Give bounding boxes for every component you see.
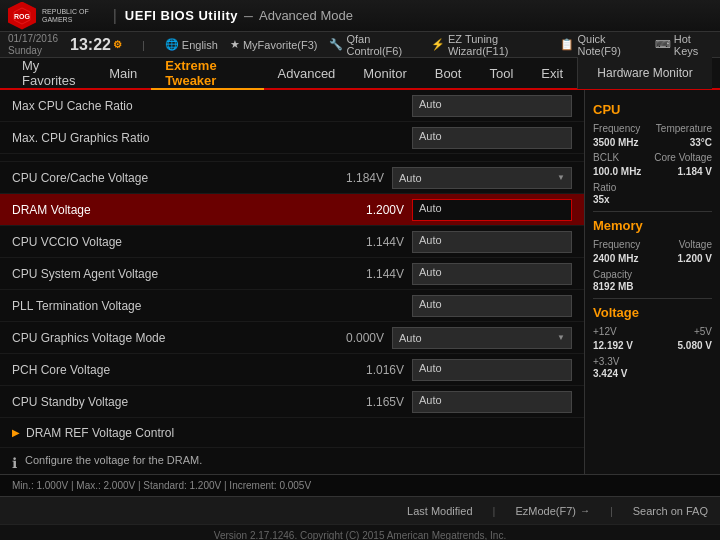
- pch-core-control[interactable]: Auto: [412, 359, 572, 381]
- hw-divider2: [593, 298, 712, 299]
- hot-keys-item[interactable]: ⌨ Hot Keys: [655, 33, 712, 57]
- cpu-core-voltage-label: CPU Core/Cache Voltage: [12, 171, 324, 185]
- cpu-system-agent-label: CPU System Agent Voltage: [12, 267, 344, 281]
- my-favorite-item[interactable]: ★ MyFavorite(F3): [230, 38, 318, 51]
- hw-5v-label: +5V: [694, 326, 712, 337]
- setting-cpu-vccio[interactable]: CPU VCCIO Voltage 1.144V Auto: [0, 226, 584, 258]
- cpu-graphics-voltage-control[interactable]: Auto ▼: [392, 327, 572, 349]
- nav-boot[interactable]: Boot: [421, 58, 476, 90]
- cpu-vccio-label: CPU VCCIO Voltage: [12, 235, 344, 249]
- hw-mem-freq-row-labels: Frequency Voltage: [593, 239, 712, 250]
- hw-bclk-value: 100.0 MHz: [593, 166, 641, 177]
- setting-pch-core[interactable]: PCH Core Voltage 1.016V Auto: [0, 354, 584, 386]
- cpu-graphics-voltage-value: 0.000V: [324, 331, 384, 345]
- hw-cpu-freq-label: Frequency: [593, 123, 640, 134]
- hw-monitor-header: Hardware Monitor: [577, 57, 712, 89]
- dram-voltage-value: 1.200V: [344, 203, 404, 217]
- qfan-item[interactable]: 🔧 Qfan Control(F6): [329, 33, 418, 57]
- pch-core-label: PCH Core Voltage: [12, 363, 344, 377]
- logo-line2: GAMERS: [42, 16, 89, 24]
- hw-cpu-section-title: CPU: [593, 102, 712, 117]
- hw-core-voltage-value: 1.184 V: [678, 166, 712, 177]
- hw-memory-section-title: Memory: [593, 218, 712, 233]
- bottom-bar-text: Min.: 1.000V | Max.: 2.000V | Standard: …: [12, 480, 311, 491]
- cpu-system-agent-control[interactable]: Auto: [412, 263, 572, 285]
- nav-monitor[interactable]: Monitor: [349, 58, 420, 90]
- hw-ratio-value: 35x: [593, 194, 610, 205]
- hw-mem-voltage-label: Voltage: [679, 239, 712, 250]
- max-cpu-cache-label: Max CPU Cache Ratio: [12, 99, 412, 113]
- setting-dram-voltage[interactable]: DRAM Voltage 1.200V Auto: [0, 194, 584, 226]
- tune-icon: ⚡: [431, 38, 445, 51]
- hw-ratio-label: Ratio: [593, 182, 616, 193]
- expand-arrow-icon: ▶: [12, 427, 20, 438]
- hw-core-voltage-label: Core Voltage: [654, 152, 712, 163]
- footer: Version 2.17.1246. Copyright (C) 2015 Am…: [0, 524, 720, 540]
- setting-cpu-core-voltage[interactable]: CPU Core/Cache Voltage 1.184V Auto ▼: [0, 162, 584, 194]
- nav-advanced[interactable]: Advanced: [264, 58, 350, 90]
- cpu-vccio-control[interactable]: Auto: [412, 231, 572, 253]
- rog-icon: ROG: [8, 2, 36, 30]
- dram-voltage-label: DRAM Voltage: [12, 203, 344, 217]
- nav-my-favorites[interactable]: My Favorites: [8, 58, 95, 90]
- hw-mem-freq-row-values: 2400 MHz 1.200 V: [593, 253, 712, 264]
- star-icon: ★: [230, 38, 240, 51]
- pll-termination-control[interactable]: Auto: [412, 295, 572, 317]
- hw-divider1: [593, 211, 712, 212]
- footer-text: Version 2.17.1246. Copyright (C) 2015 Am…: [214, 530, 506, 540]
- hw-cpu-freq-row: Frequency Temperature: [593, 123, 712, 134]
- cpu-core-voltage-control[interactable]: Auto ▼: [392, 167, 572, 189]
- hw-cpu-freq-values: 3500 MHz 33°C: [593, 137, 712, 148]
- info-row: ℹ Configure the voltage for the DRAM.: [0, 448, 584, 474]
- search-faq-item[interactable]: Search on FAQ: [633, 505, 708, 517]
- ez-tuning-item[interactable]: ⚡ EZ Tuning Wizard(F11): [431, 33, 549, 57]
- max-cpu-graphics-control[interactable]: Auto: [412, 127, 572, 149]
- hw-12v-label: +12V: [593, 326, 617, 337]
- dram-voltage-control[interactable]: Auto: [412, 199, 572, 221]
- hw-mem-voltage-value: 1.200 V: [678, 253, 712, 264]
- dram-ref-row[interactable]: ▶ DRAM REF Voltage Control: [0, 418, 584, 448]
- cpu-graphics-voltage-label: CPU Graphics Voltage Mode: [12, 331, 324, 345]
- last-modified-label: Last Modified: [407, 505, 472, 517]
- quick-note-item[interactable]: 📋 Quick Note(F9): [560, 33, 642, 57]
- fan-icon: 🔧: [329, 38, 343, 51]
- nav-main[interactable]: Main: [95, 58, 151, 90]
- hw-voltage-section-title: Voltage: [593, 305, 712, 320]
- header-bar: ROG REPUBLIC OF GAMERS | UEFI BIOS Utili…: [0, 0, 720, 32]
- setting-max-cpu-cache[interactable]: Max CPU Cache Ratio Auto: [0, 90, 584, 122]
- toolbar-time: 13:22 ⚙: [70, 36, 122, 54]
- hotkeys-icon: ⌨: [655, 38, 671, 51]
- max-cpu-cache-control[interactable]: Auto: [412, 95, 572, 117]
- setting-pll-termination[interactable]: PLL Termination Voltage Auto: [0, 290, 584, 322]
- hw-bclk-row-values: 100.0 MHz 1.184 V: [593, 166, 712, 177]
- cpu-standby-control[interactable]: Auto: [412, 391, 572, 413]
- setting-cpu-standby[interactable]: CPU Standby Voltage 1.165V Auto: [0, 386, 584, 418]
- cpu-vccio-value: 1.144V: [344, 235, 404, 249]
- nav-exit[interactable]: Exit: [527, 58, 577, 90]
- hw-5v-value: 5.080 V: [678, 340, 712, 351]
- ez-mode-item[interactable]: EzMode(F7) →: [515, 505, 590, 517]
- hw-voltage-12-5-labels: +12V +5V: [593, 326, 712, 337]
- content-area[interactable]: Max CPU Cache Ratio Auto Max. CPU Graphi…: [0, 90, 585, 474]
- hw-voltage-12-5-values: 12.192 V 5.080 V: [593, 340, 712, 351]
- nav-tool[interactable]: Tool: [475, 58, 527, 90]
- max-cpu-graphics-label: Max. CPU Graphics Ratio: [12, 131, 412, 145]
- arrow-right-icon: →: [580, 505, 590, 516]
- language-item[interactable]: 🌐 English: [165, 38, 218, 51]
- setting-max-cpu-graphics[interactable]: Max. CPU Graphics Ratio Auto: [0, 122, 584, 154]
- settings-icon[interactable]: ⚙: [113, 39, 122, 50]
- setting-cpu-system-agent[interactable]: CPU System Agent Voltage 1.144V Auto: [0, 258, 584, 290]
- pch-core-value: 1.016V: [344, 363, 404, 377]
- cpu-system-agent-value: 1.144V: [344, 267, 404, 281]
- hw-mem-freq-label: Frequency: [593, 239, 640, 250]
- nav-extreme-tweaker[interactable]: Extreme Tweaker: [151, 58, 263, 90]
- setting-cpu-graphics-voltage[interactable]: CPU Graphics Voltage Mode 0.000V Auto ▼: [0, 322, 584, 354]
- hw-capacity-value: 8192 MB: [593, 281, 634, 292]
- ez-mode-label: EzMode(F7): [515, 505, 576, 517]
- dropdown-arrow: ▼: [557, 173, 565, 182]
- cpu-standby-value: 1.165V: [344, 395, 404, 409]
- hw-cpu-temp-value: 33°C: [690, 137, 712, 148]
- main-layout: Max CPU Cache Ratio Auto Max. CPU Graphi…: [0, 90, 720, 474]
- header-divider: |: [113, 7, 117, 25]
- last-modified-item[interactable]: Last Modified: [407, 505, 472, 517]
